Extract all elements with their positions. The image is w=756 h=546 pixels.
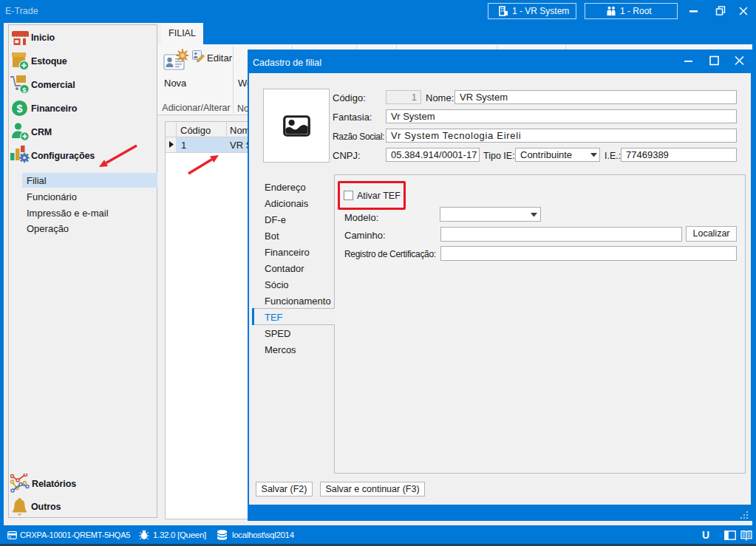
svg-text:$: $	[22, 86, 27, 94]
svg-text:$: $	[16, 103, 22, 115]
